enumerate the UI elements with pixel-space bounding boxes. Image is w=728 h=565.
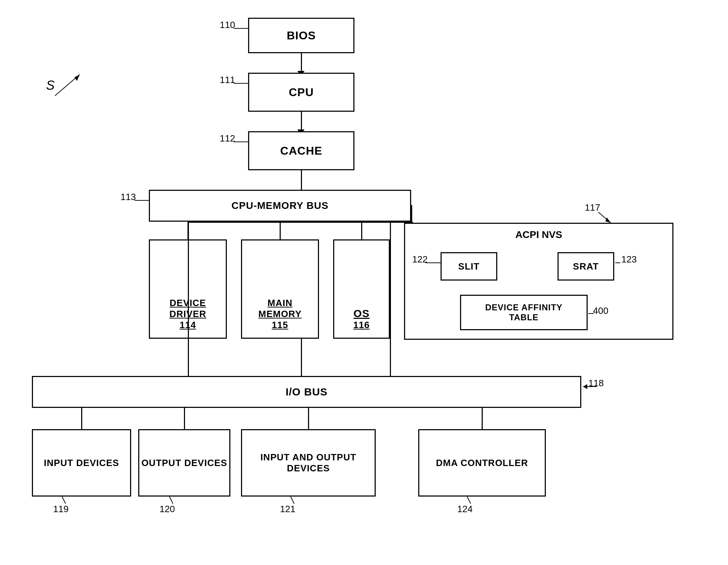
acpi-ref-arrow (598, 212, 620, 230)
slit-ref: 122 (412, 254, 427, 265)
slit-box: SLIT (441, 252, 497, 281)
input-devices-box: INPUT DEVICES (32, 429, 131, 497)
io-bus-box: I/O BUS (32, 376, 581, 408)
svg-marker-1 (74, 74, 80, 81)
inout-ref-line (291, 497, 301, 507)
svg-marker-12 (583, 384, 587, 389)
io-to-inout-line (308, 408, 309, 429)
main-memory-ref: 115 (258, 320, 302, 331)
os-ref: 116 (353, 320, 370, 331)
acpi-nvs-container: ACPI NVS SLIT 122 SRAT 123 DEVICE AFFINI… (404, 223, 673, 340)
device-affinity-table-box: DEVICE AFFINITYTABLE (460, 295, 588, 330)
cache-label: CACHE (280, 144, 323, 157)
svg-line-13 (62, 497, 66, 504)
cache-ref: 112 (220, 133, 235, 144)
bus-to-mm-line (280, 222, 281, 239)
svg-line-16 (467, 497, 471, 504)
cpu-ref: 111 (220, 74, 235, 85)
input-devices-label: INPUT DEVICES (44, 458, 119, 469)
dma-controller-box: DMA CONTROLLER (418, 429, 546, 497)
svg-line-14 (169, 497, 173, 504)
left-vert-drop (188, 222, 189, 376)
bus-horizontal-top (188, 222, 412, 223)
cpu-memory-bus-ref: 113 (121, 192, 136, 203)
diagram: S BIOS 110 CPU 111 CACHE 112 (0, 0, 728, 565)
output-devices-label: OUTPUT DEVICES (141, 458, 227, 469)
cpu-ref-line (234, 82, 252, 85)
acpi-nvs-ref: 117 (585, 202, 600, 213)
io-to-dma-line (482, 408, 483, 429)
bus-to-os-line (361, 222, 362, 239)
dma-ref-line (467, 497, 478, 507)
srat-label: SRAT (573, 261, 599, 272)
dat-ref-line (588, 312, 599, 315)
input-output-devices-box: INPUT AND OUTPUT DEVICES (241, 429, 376, 497)
os-label: OS (353, 308, 370, 320)
slit-ref-line (426, 261, 443, 265)
io-to-input-line (81, 408, 82, 429)
io-bus-label: I/O BUS (286, 386, 328, 398)
input-output-devices-label: INPUT AND OUTPUT DEVICES (242, 452, 375, 474)
slit-label: SLIT (458, 261, 480, 272)
svg-line-15 (291, 497, 294, 504)
main-vert-line (301, 339, 302, 377)
cpu-box: CPU (248, 73, 354, 112)
bus-ref-line (135, 199, 152, 202)
bus-horizontal-ext (390, 222, 413, 223)
cpu-label: CPU (289, 86, 314, 99)
right-os-drop (390, 222, 391, 376)
output-devices-box: OUTPUT DEVICES (138, 429, 230, 497)
bios-ref: 110 (220, 20, 235, 31)
os-box: OS 116 (333, 239, 390, 339)
acpi-nvs-title: ACPI NVS (405, 229, 672, 240)
bus-to-acpi-line (411, 205, 412, 223)
bios-box: BIOS (248, 18, 354, 53)
device-affinity-table-label: DEVICE AFFINITYTABLE (485, 303, 562, 322)
main-memory-label: MAINMEMORY (258, 298, 302, 320)
srat-box: SRAT (558, 252, 614, 281)
io-to-output-line (184, 408, 185, 429)
s-arrow-svg (55, 74, 90, 103)
bios-ref-line (234, 27, 252, 30)
main-memory-box: MAINMEMORY 115 (241, 239, 319, 339)
bottom-horiz-to-io (188, 376, 391, 377)
svg-marker-10 (605, 217, 611, 223)
cache-box: CACHE (248, 131, 354, 170)
cpu-memory-bus-label: CPU-MEMORY BUS (231, 200, 329, 211)
cpu-memory-bus-box: CPU-MEMORY BUS (149, 190, 411, 222)
cache-ref-line (234, 140, 252, 144)
cpu-cache-line (301, 112, 302, 131)
output-ref-line (169, 497, 180, 507)
bios-cpu-line (301, 53, 302, 73)
input-ref-line (62, 497, 73, 507)
dma-controller-label: DMA CONTROLLER (436, 458, 528, 469)
io-bus-ref-arrow (583, 387, 597, 394)
bios-label: BIOS (287, 29, 316, 42)
srat-ref-line (615, 261, 633, 265)
cache-bus-line (301, 170, 302, 190)
s-label: S (46, 78, 55, 93)
